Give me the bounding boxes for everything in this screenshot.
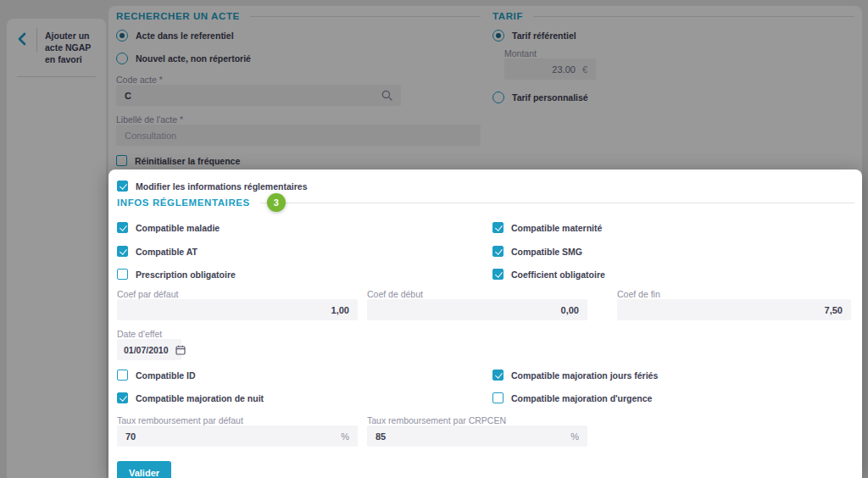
section-infos-title: INFOS RÉGLEMENTAIRES [117, 197, 250, 208]
checkbox-compatible-maladie-control[interactable] [117, 222, 128, 233]
checkbox-coefficient-obligatoire-label: Coefficient obligatoire [511, 270, 605, 280]
checkbox-modifier-infos-label: Modifier les informations réglementaires [136, 181, 307, 192]
checkbox-compatible-smg-label: Compatible SMG [511, 247, 582, 257]
checkbox-compatible-id-control[interactable] [117, 370, 128, 381]
coef-debut-value: 0,00 [561, 305, 579, 315]
taux-defaut-value: 70 [125, 431, 136, 442]
checkbox-majoration-urgence-control[interactable] [492, 392, 504, 403]
checkbox-majoration-nuit-control[interactable] [117, 392, 128, 403]
checkbox-compatible-smg[interactable]: Compatible SMG [492, 246, 582, 257]
taux-defaut-input[interactable]: 70 % [117, 425, 358, 447]
checkbox-prescription-obligatoire[interactable]: Prescription obligatoire [117, 269, 236, 280]
checkbox-compatible-maternite-label: Compatible maternité [511, 223, 602, 233]
taux-crpcen-value: 85 [376, 431, 386, 442]
checkbox-compatible-maladie[interactable]: Compatible maladie [117, 222, 220, 233]
checkbox-majoration-jours-feries-control[interactable] [492, 370, 504, 381]
checkbox-coefficient-obligatoire-control[interactable] [492, 269, 504, 280]
checkbox-compatible-id-label: Compatible ID [136, 370, 196, 381]
coef-fin-value: 7,50 [825, 305, 843, 315]
taux-crpcen-suffix: % [570, 431, 579, 442]
calendar-icon[interactable] [175, 345, 186, 355]
app-window: Ajouter un acte NGAP en favori RECHERCHE… [0, 0, 868, 478]
checkbox-majoration-nuit[interactable]: Compatible majoration de nuit [117, 392, 264, 403]
section-infos-header: INFOS RÉGLEMENTAIRES 3 [117, 197, 854, 208]
step-badge: 3 [267, 193, 286, 212]
infos-reglementaires-panel: Modifier les informations réglementaires… [108, 170, 862, 478]
date-effet-input[interactable]: 01/07/2010 [117, 339, 181, 360]
checkbox-majoration-urgence-label: Compatible majoration d'urgence [511, 393, 652, 403]
taux-defaut-label: Taux remboursement par défaut [117, 415, 243, 425]
coef-fin-input[interactable]: 7,50 [617, 299, 851, 320]
checkbox-compatible-at-label: Compatible AT [136, 247, 198, 257]
taux-crpcen-label: Taux remboursement par CRPCEN [367, 415, 506, 425]
valider-button[interactable]: Valider [117, 461, 171, 478]
coef-fin-label: Coef de fin [617, 289, 660, 299]
date-effet-value: 01/07/2010 [124, 345, 169, 355]
coef-debut-label: Coef de début [367, 289, 423, 299]
coef-defaut-value: 1,00 [331, 305, 349, 315]
checkbox-prescription-obligatoire-label: Prescription obligatoire [136, 270, 236, 280]
coef-defaut-input[interactable]: 1,00 [117, 299, 358, 320]
checkbox-modifier-infos[interactable]: Modifier les informations réglementaires [117, 181, 307, 192]
checkbox-compatible-maladie-label: Compatible maladie [136, 223, 220, 233]
checkbox-compatible-maternite[interactable]: Compatible maternité [492, 222, 602, 233]
checkbox-compatible-smg-control[interactable] [492, 246, 504, 257]
checkbox-compatible-at[interactable]: Compatible AT [117, 246, 198, 257]
checkbox-compatible-id[interactable]: Compatible ID [117, 370, 196, 381]
section-infos-rule: 3 [260, 203, 854, 203]
checkbox-prescription-obligatoire-control[interactable] [117, 269, 128, 280]
checkbox-majoration-nuit-label: Compatible majoration de nuit [136, 393, 264, 403]
checkbox-majoration-jours-feries-label: Compatible majoration jours fériés [511, 370, 658, 381]
checkbox-compatible-at-control[interactable] [117, 246, 128, 257]
checkbox-majoration-urgence[interactable]: Compatible majoration d'urgence [492, 392, 652, 403]
taux-crpcen-input[interactable]: 85 % [367, 425, 587, 447]
checkbox-modifier-infos-control[interactable] [117, 181, 128, 192]
checkbox-majoration-jours-feries[interactable]: Compatible majoration jours fériés [492, 370, 658, 381]
checkbox-coefficient-obligatoire[interactable]: Coefficient obligatoire [492, 269, 605, 280]
taux-defaut-suffix: % [341, 431, 349, 442]
checkbox-compatible-maternite-control[interactable] [492, 222, 504, 233]
coef-debut-input[interactable]: 0,00 [367, 299, 587, 320]
date-effet-label: Date d'effet [117, 329, 162, 339]
coef-defaut-label: Coef par défaut [117, 289, 178, 299]
